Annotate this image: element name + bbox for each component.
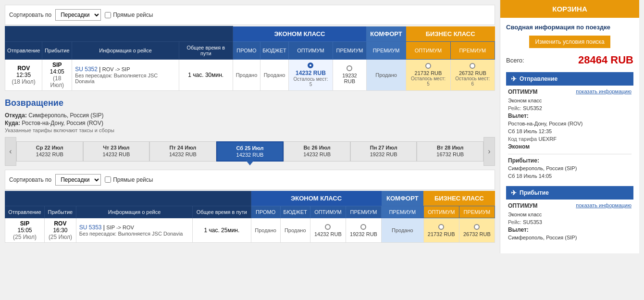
departure-plane-icon: ✈ — [511, 75, 517, 83]
date-cell-2[interactable]: Пт 24 Июл14232 RUB — [149, 141, 216, 162]
sidebar-dep-tariff-row: Код тарифа UEXRF — [506, 136, 633, 143]
dep-biznes-premium-cell[interactable]: 26732 RUB Осталось мест: 6 — [450, 59, 495, 90]
date-cell-5[interactable]: Пн 27 Июл19232 RUB — [350, 141, 417, 162]
return-flight-row: SIP 15:05 (25 Июл) ROV 16:30 (25 Июл) SU… — [5, 218, 495, 243]
sidebar-arrival-section: ✈ Прибытие ОПТИМУМ показать информацию Э… — [506, 186, 633, 243]
departure-from: ROV 12:35 (18 Июл) — [5, 59, 42, 90]
sidebar-arrival-header: ✈ Прибытие — [506, 186, 633, 200]
sort-label-1: Сортировать по — [9, 12, 51, 18]
departure-biznes-header: БИЗНЕС КЛАСС — [406, 26, 495, 42]
date-cell-4[interactable]: Вс 26 Июл14232 RUB — [284, 141, 350, 162]
col-biznes-premium: ПРЕМИУМ — [450, 41, 495, 59]
sidebar-departure-section: ✈ Отправление ОПТИМУМ показать информаци… — [506, 72, 633, 181]
total-price: 28464 RUB — [578, 54, 633, 66]
departure-flight-info: SU 5352 | ROV -> SIP Без пересадок: Выпо… — [72, 59, 179, 90]
sidebar-dep-class-value: Эконом класс — [506, 97, 633, 105]
sidebar-arr-class-row: ОПТИМУМ показать информацию — [506, 202, 633, 209]
departure-flight-table: ЭКОНОМ КЛАСС КОМФОРТ БИЗНЕС КЛАСС Отправ… — [5, 26, 495, 91]
date-cell-6[interactable]: Вт 28 Июл16732 RUB — [417, 141, 483, 162]
sidebar-arr-flight-row: Рейс: SU5353 — [506, 219, 633, 226]
flight-details-ret: Без пересадок: Выполняется JSC Donavia — [79, 231, 189, 237]
sidebar-dep-depart-value: Ростов-на-Дону, Россия (ROV) — [506, 120, 633, 128]
dep-premium-econom-cell[interactable]: 19232 RUB — [333, 59, 367, 90]
sidebar-dep-arrive-date: Сб 18 Июль 14:05 — [506, 173, 633, 181]
total-row: Всего: 28464 RUB — [506, 54, 633, 66]
flight-num-link-dep[interactable]: SU 5352 — [75, 66, 98, 72]
arrival-plane-icon: ✈ — [511, 189, 517, 197]
ret-col-optimum: ОПТИМУМ — [310, 206, 346, 218]
col-budget: БЮДЖЕТ — [260, 41, 289, 59]
ret-col-biznes-premium: ПРЕМИУМ — [459, 206, 495, 218]
return-biznes-header: БИЗНЕС КЛАСС — [423, 191, 495, 206]
col-optimum: ОПТИМУМ — [288, 41, 333, 59]
sidebar-subtitle: Сводная информация по поездке — [506, 24, 633, 31]
dep-optimum-cell[interactable]: 14232 RUB Осталось мест: 5 — [288, 59, 333, 90]
ret-biznes-premium-cell[interactable]: 26732 RUB — [459, 218, 495, 243]
carousel-next[interactable]: › — [483, 137, 495, 166]
sidebar-dep-class-row: ОПТИМУМ показать информацию — [506, 88, 633, 95]
return-section: Возвращение Откуда: Симферополь, Россия … — [5, 98, 495, 133]
departure-econom-header: ЭКОНОМ КЛАСС — [233, 26, 366, 42]
carousel-prev[interactable]: ‹ — [5, 137, 16, 166]
col-flight-info: Информация о рейсе — [72, 41, 179, 59]
sort-bar-2: Сортировать по Пересадки Прямые рейсы — [5, 170, 495, 190]
sidebar-arr-class-value: Эконом класс — [506, 211, 633, 219]
ret-col-biznes-optimum: ОПТИМУМ — [423, 206, 459, 218]
ret-comfort-cell[interactable]: Продано — [382, 218, 424, 243]
return-comfort-header: КОМФОРТ — [382, 191, 424, 206]
direct-flights-checkbox-1[interactable]: Прямые рейсы — [105, 12, 153, 18]
flight-details-dep: Без пересадок: Выполняется JSC Donavia — [75, 73, 176, 84]
arr-show-info-link[interactable]: показать информацию — [576, 202, 632, 208]
total-label: Всего: — [506, 57, 524, 64]
ret-col-premium: ПРЕМИУМ — [346, 206, 381, 218]
col-promo: ПРОМО — [233, 41, 260, 59]
ret-optimum-cell[interactable]: 14232 RUB — [310, 218, 346, 243]
dep-biznes-optimum-cell[interactable]: 21732 RUB Осталось мест: 5 — [406, 59, 450, 90]
ret-col-flight-info: Информация о рейсе — [76, 206, 192, 218]
return-title: Возвращение — [5, 98, 495, 108]
ret-promo-cell[interactable]: Продано — [251, 218, 280, 243]
sort-select-2[interactable]: Пересадки — [55, 174, 101, 186]
sidebar: КОРЗИНА Сводная информация по поездке Из… — [500, 0, 639, 253]
date-cell-1[interactable]: Чт 23 Июл14232 RUB — [83, 141, 150, 162]
sidebar-dep-econom: Эконом — [506, 143, 633, 151]
ret-col-budget: БЮДЖЕТ — [280, 206, 310, 218]
departure-to: SIP 14:05 (18 Июл) — [42, 59, 72, 90]
date-cell-3[interactable]: Сб 25 Июл14232 RUB — [216, 141, 284, 162]
return-to: ROV 16:30 (25 Июл) — [44, 218, 76, 243]
date-cell-0[interactable]: Ср 22 Июл14232 RUB — [16, 141, 83, 162]
col-departure: Отправление — [5, 41, 42, 59]
sidebar-dep-arrive-label: Прибытие: — [506, 157, 633, 165]
col-arrival: Прибытие — [42, 41, 72, 59]
col-biznes-optimum: ОПТИМУМ — [406, 41, 450, 59]
flight-num-link-ret[interactable]: SU 5353 — [79, 225, 102, 230]
sidebar-departure-header: ✈ Отправление — [506, 72, 633, 86]
sidebar-dep-arrive-value: Симферополь, Россия (SIP) — [506, 165, 633, 173]
route-from: Откуда: Симферополь, Россия (SIP) — [5, 112, 495, 119]
ret-budget-cell[interactable]: Продано — [280, 218, 310, 243]
departure-flight-row: ROV 12:35 (18 Июл) SIP 14:05 (18 Июл) SU… — [5, 59, 495, 90]
date-carousel: ‹ Ср 22 Июл14232 RUBЧт 23 Июл14232 RUBПт… — [5, 137, 495, 166]
departure-duration: 1 час. 30мин. — [179, 59, 233, 90]
dep-promo-cell[interactable]: Продано — [233, 59, 260, 90]
route-to: Куда: Ростов-на-Дону, Россия (ROV) — [5, 120, 495, 126]
ret-col-arrival: Прибытие — [44, 206, 76, 218]
departure-comfort-header: КОМФОРТ — [366, 26, 406, 42]
dep-comfort-cell[interactable]: Продано — [366, 59, 406, 90]
sidebar-divider-1 — [508, 154, 632, 154]
return-left-header — [5, 191, 251, 206]
return-flight-info: SU 5353 | SIP -> ROV Без пересадок: Выпо… — [76, 218, 192, 243]
return-from: SIP 15:05 (25 Июл) — [5, 218, 45, 243]
ret-premium-econom-cell[interactable]: 19232 RUB — [346, 218, 381, 243]
sort-select-1[interactable]: Пересадки — [55, 9, 101, 21]
ret-col-duration: Общее время в пути — [193, 206, 251, 218]
return-econom-header: ЭКОНОМ КЛАСС — [251, 191, 382, 206]
dep-budget-cell[interactable]: Продано — [260, 59, 289, 90]
ret-biznes-optimum-cell[interactable]: 21732 RUB — [423, 218, 459, 243]
sidebar-dep-depart-label: Вылет: — [506, 112, 633, 120]
col-premium: ПРЕМИУМ — [333, 41, 367, 59]
change-search-button[interactable]: Изменить условия поиска — [529, 36, 610, 48]
dep-show-info-link[interactable]: показать информацию — [576, 88, 632, 94]
col-duration: Общее время в пути — [179, 41, 233, 59]
direct-flights-checkbox-2[interactable]: Прямые рейсы — [105, 176, 153, 183]
